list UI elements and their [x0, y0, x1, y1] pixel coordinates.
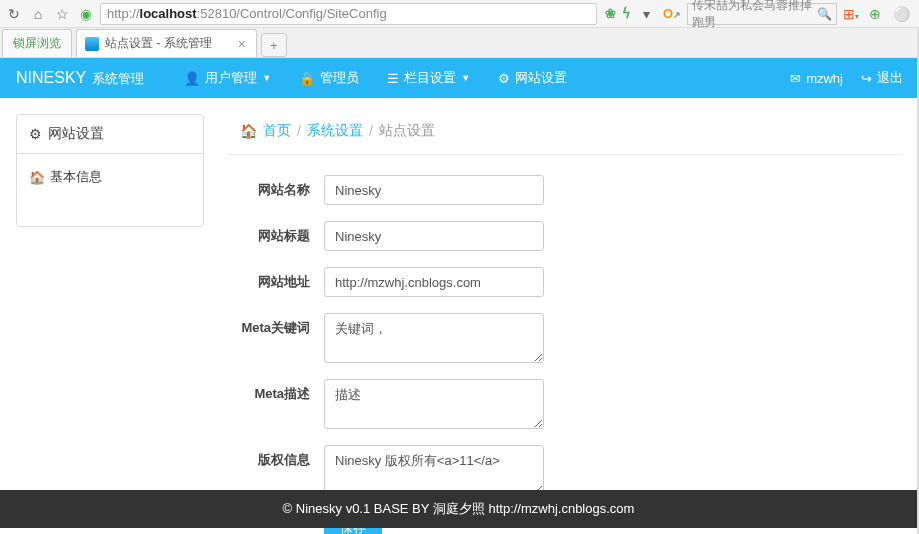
- nav-logout[interactable]: ↪ 退出: [861, 69, 903, 87]
- site-config-form: 网站名称 网站标题 网站地址 Meta关键词 Meta描述 版权信息: [228, 155, 903, 534]
- toolbar-right: ❀ ϟ ▾ O↗ 传宋喆为私会马蓉推掉跑男 🔍 ⊞▾ ⊕ ⚪: [601, 3, 915, 25]
- label-site-title: 网站标题: [228, 221, 324, 245]
- page-tab[interactable]: 站点设置 - 系统管理 ×: [76, 29, 257, 57]
- label-meta-keywords: Meta关键词: [228, 313, 324, 337]
- label-copyright: 版权信息: [228, 445, 324, 469]
- chevron-down-icon: ▼: [461, 73, 470, 83]
- footer: © Ninesky v0.1 BASE BY 洞庭夕照 http://mzwhj…: [0, 490, 917, 528]
- side-panel-title: 网站设置: [48, 125, 104, 143]
- leaf-icon[interactable]: ❀: [605, 6, 616, 21]
- home-icon: 🏠: [29, 170, 45, 185]
- shield-icon[interactable]: ◉: [76, 4, 96, 24]
- close-tab-icon[interactable]: ×: [238, 36, 246, 52]
- browser-search-input[interactable]: 传宋喆为私会马蓉推掉跑男 🔍: [687, 3, 837, 25]
- sidebar-item-basic-info[interactable]: 🏠 基本信息: [29, 168, 191, 186]
- gear-icon: ⚙: [29, 126, 42, 142]
- url-path: :52810/Control/Config/SiteConfig: [197, 6, 387, 21]
- brand-sub: 系统管理: [92, 70, 144, 88]
- nav-label: 管理员: [320, 69, 359, 87]
- breadcrumb-home[interactable]: 首页: [263, 122, 291, 140]
- side-panel: ⚙ 网站设置 🏠 基本信息: [16, 114, 204, 227]
- nav-right: ✉ mzwhj ↪ 退出: [790, 69, 903, 87]
- content: ⚙ 网站设置 🏠 基本信息 🏠 首页 / 系统设置 / 站点设置 网站名称: [0, 98, 919, 534]
- star-icon[interactable]: ☆: [52, 4, 72, 24]
- breadcrumb-sep: /: [297, 123, 301, 139]
- logout-icon: ↪: [861, 71, 872, 86]
- brand[interactable]: NINESKY 系统管理: [16, 69, 144, 88]
- label-site-name: 网站名称: [228, 175, 324, 199]
- url-protocol: http://: [107, 6, 140, 21]
- input-site-name[interactable]: [324, 175, 544, 205]
- input-meta-keywords[interactable]: [324, 313, 544, 363]
- apps-icon[interactable]: ⊞▾: [843, 6, 859, 22]
- chevron-down-icon: ▼: [262, 73, 271, 83]
- input-site-url[interactable]: [324, 267, 544, 297]
- user-icon: 👤: [184, 71, 200, 86]
- chevron-down-icon[interactable]: ▾: [637, 4, 657, 24]
- form-row-site-title: 网站标题: [228, 221, 903, 251]
- favicon-icon: [85, 37, 99, 51]
- main: 🏠 首页 / 系统设置 / 站点设置 网站名称 网站标题 网站地址 Meta关键…: [228, 114, 903, 534]
- breadcrumb-sep: /: [369, 123, 373, 139]
- reload-icon[interactable]: ↻: [4, 4, 24, 24]
- side-panel-body: 🏠 基本信息: [17, 154, 203, 226]
- input-site-title[interactable]: [324, 221, 544, 251]
- gear-icon: ⚙: [498, 71, 510, 86]
- nav-user[interactable]: ✉ mzwhj: [790, 71, 843, 86]
- nav-user-mgmt[interactable]: 👤 用户管理 ▼: [184, 69, 271, 87]
- browser-toolbar: ↻ ⌂ ☆ ◉ http:// localhost :52810/Control…: [0, 0, 919, 28]
- url-bar[interactable]: http:// localhost :52810/Control/Config/…: [100, 3, 597, 25]
- nav-label: 栏目设置: [404, 69, 456, 87]
- nav-label: 用户管理: [205, 69, 257, 87]
- brand-name: NINESKY: [16, 69, 86, 87]
- home-icon: 🏠: [240, 123, 257, 139]
- form-row-meta-desc: Meta描述: [228, 379, 903, 429]
- menu-icon[interactable]: ⚪: [891, 4, 911, 24]
- list-icon: ☰: [387, 71, 399, 86]
- form-row-site-name: 网站名称: [228, 175, 903, 205]
- breadcrumb: 🏠 首页 / 系统设置 / 站点设置: [228, 114, 903, 155]
- top-nav: NINESKY 系统管理 👤 用户管理 ▼ 🔒 管理员 ☰ 栏目设置 ▼ ⚙ 网…: [0, 58, 919, 98]
- side-tab[interactable]: 锁屏浏览: [2, 29, 72, 57]
- nav-label: 网站设置: [515, 69, 567, 87]
- sidebar-item-label: 基本信息: [50, 168, 102, 186]
- bolt-icon[interactable]: ϟ: [622, 6, 631, 21]
- breadcrumb-current: 站点设置: [379, 122, 435, 140]
- lock-icon: 🔒: [299, 71, 315, 86]
- form-row-copyright: 版权信息: [228, 445, 903, 495]
- side-tab-label: 锁屏浏览: [13, 35, 61, 52]
- form-row-meta-keywords: Meta关键词: [228, 313, 903, 363]
- nav-column-settings[interactable]: ☰ 栏目设置 ▼: [387, 69, 470, 87]
- nav-admin[interactable]: 🔒 管理员: [299, 69, 359, 87]
- nav-items: 👤 用户管理 ▼ 🔒 管理员 ☰ 栏目设置 ▼ ⚙ 网站设置: [184, 69, 567, 87]
- search-icon[interactable]: 🔍: [817, 7, 832, 21]
- footer-text: © Ninesky v0.1 BASE BY 洞庭夕照 http://mzwhj…: [283, 501, 635, 516]
- input-copyright[interactable]: [324, 445, 544, 495]
- breadcrumb-system[interactable]: 系统设置: [307, 122, 363, 140]
- sidebar: ⚙ 网站设置 🏠 基本信息: [16, 114, 204, 534]
- page-tab-title: 站点设置 - 系统管理: [105, 35, 212, 52]
- nav-site-settings[interactable]: ⚙ 网站设置: [498, 69, 567, 87]
- input-meta-desc[interactable]: [324, 379, 544, 429]
- tabs-row: 锁屏浏览 站点设置 - 系统管理 × +: [0, 28, 919, 58]
- url-host: localhost: [140, 6, 197, 21]
- download-icon[interactable]: ⊕: [865, 4, 885, 24]
- label-meta-desc: Meta描述: [228, 379, 324, 403]
- home-icon[interactable]: ⌂: [28, 4, 48, 24]
- search-placeholder: 传宋喆为私会马蓉推掉跑男: [692, 0, 817, 31]
- username: mzwhj: [806, 71, 843, 86]
- search-engine-icon[interactable]: O↗: [663, 6, 681, 21]
- mail-icon: ✉: [790, 71, 801, 86]
- side-panel-header: ⚙ 网站设置: [17, 115, 203, 154]
- label-site-url: 网站地址: [228, 267, 324, 291]
- logout-label: 退出: [877, 69, 903, 87]
- form-row-site-url: 网站地址: [228, 267, 903, 297]
- new-tab-button[interactable]: +: [261, 33, 287, 57]
